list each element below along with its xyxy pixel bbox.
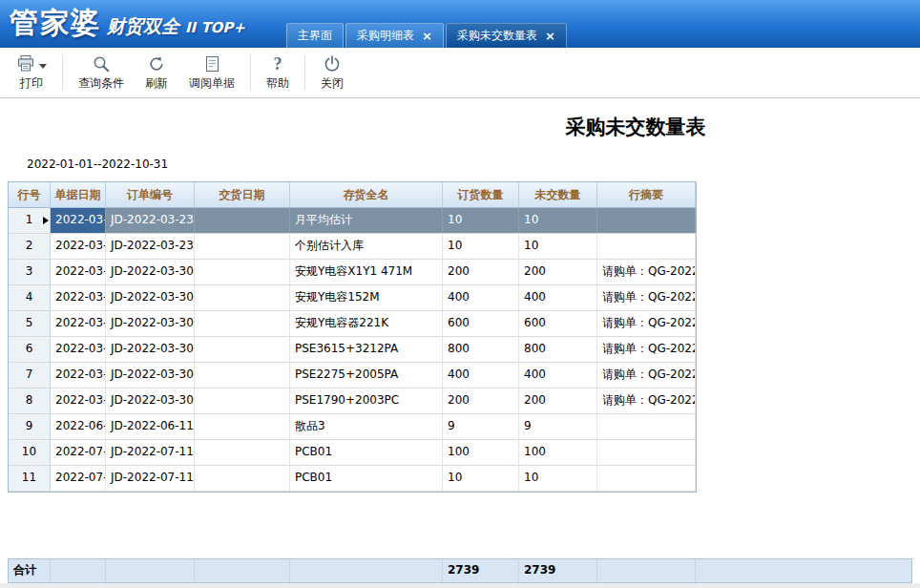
undelivered-qty-cell[interactable]: 100 (519, 440, 597, 465)
summary-cell[interactable]: 请购单：QG-2022-0 (597, 363, 696, 388)
delivery-date-cell[interactable] (195, 414, 290, 439)
print-button[interactable]: 打印 (6, 48, 57, 97)
table-row[interactable]: 32022-03-JD-2022-03-30-000安规Y电容X1Y1 471M… (9, 260, 696, 285)
column-header-6[interactable]: 订货数量 (443, 182, 519, 207)
order-qty-cell[interactable]: 9 (443, 414, 519, 439)
table-row[interactable]: 92022-06-JD-2022-06-11-000散品399 (9, 414, 696, 440)
doc-date-cell[interactable]: 2022-03- (51, 388, 106, 413)
order-qty-cell[interactable]: 100 (443, 440, 519, 465)
item-name-cell[interactable]: PSE3615+3212PA (290, 337, 443, 362)
undelivered-qty-cell[interactable]: 200 (519, 260, 597, 284)
order-no-cell[interactable]: JD-2022-07-11-000 (106, 440, 195, 465)
undelivered-qty-cell[interactable]: 400 (519, 363, 597, 388)
horizontal-scrollbar[interactable] (0, 583, 920, 588)
item-name-cell[interactable]: 安规Y电容X1Y1 471M (290, 260, 443, 284)
doc-date-cell[interactable]: 2022-03- (51, 234, 106, 259)
delivery-date-cell[interactable] (195, 388, 290, 413)
row-number-cell[interactable]: 6 (9, 337, 51, 362)
table-row[interactable]: 52022-03-JD-2022-03-30-000安规Y电容器221K6006… (9, 311, 696, 337)
order-no-cell[interactable]: JD-2022-06-11-000 (106, 414, 195, 439)
doc-date-cell[interactable]: 2022-07- (51, 440, 106, 465)
summary-cell[interactable]: 请购单：QG-2022-0 (597, 285, 696, 310)
order-no-cell[interactable]: JD-2022-03-30-000 (106, 311, 195, 336)
order-no-cell[interactable]: JD-2022-03-30-000 (106, 363, 195, 388)
dropdown-caret-icon[interactable] (39, 64, 47, 73)
column-header-2[interactable]: 单据日期 (51, 182, 106, 207)
doc-date-cell[interactable]: 2022-03- (51, 311, 106, 336)
tab-main-screen[interactable]: 主界面 (286, 23, 344, 48)
order-qty-cell[interactable]: 400 (443, 363, 519, 388)
undelivered-qty-cell[interactable]: 800 (519, 337, 597, 362)
tab-close-icon[interactable]: × (545, 30, 555, 42)
order-qty-cell[interactable]: 400 (443, 285, 519, 310)
delivery-date-cell[interactable] (195, 311, 290, 336)
delivery-date-cell[interactable] (195, 466, 290, 491)
doc-date-cell[interactable]: 2022-03- (51, 285, 106, 310)
item-name-cell[interactable]: PSE2275+2005PA (290, 363, 443, 388)
table-row[interactable]: 22022-03-JD-2022-03-23-000个别估计入库1010 (9, 234, 696, 260)
item-name-cell[interactable]: 散品3 (290, 414, 443, 439)
delivery-date-cell[interactable] (195, 260, 290, 284)
order-no-cell[interactable]: JD-2022-03-30-000 (106, 337, 195, 362)
help-button[interactable]: ?帮助 (256, 48, 300, 97)
order-qty-cell[interactable]: 10 (443, 208, 519, 233)
column-header-4[interactable]: 交货日期 (195, 182, 290, 207)
table-row[interactable]: 12022-03-JD-2022-03-23-000月平均估计1010 (9, 208, 696, 234)
order-no-cell[interactable]: JD-2022-03-23-000 (106, 208, 195, 233)
row-number-cell[interactable]: 4 (9, 285, 51, 310)
delivery-date-cell[interactable] (195, 363, 290, 388)
summary-cell[interactable]: 请购单：QG-2022-0 (597, 311, 696, 336)
delivery-date-cell[interactable] (195, 285, 290, 310)
refresh-button[interactable]: 刷新 (135, 48, 178, 97)
order-qty-cell[interactable]: 200 (443, 388, 519, 413)
order-no-cell[interactable]: JD-2022-03-30-000 (106, 260, 195, 284)
row-number-cell[interactable]: 2 (9, 234, 51, 259)
delivery-date-cell[interactable] (195, 440, 290, 465)
view-document-button[interactable]: 调阅单据 (178, 48, 245, 97)
order-no-cell[interactable]: JD-2022-03-23-000 (106, 234, 195, 259)
column-header-1[interactable]: 行号 (9, 182, 51, 207)
undelivered-qty-cell[interactable]: 600 (519, 311, 597, 336)
delivery-date-cell[interactable] (195, 208, 290, 233)
query-conditions-button[interactable]: 查询条件 (68, 48, 135, 97)
row-number-cell[interactable]: 11 (9, 466, 51, 491)
row-number-cell[interactable]: 7 (9, 363, 51, 388)
delivery-date-cell[interactable] (195, 337, 290, 362)
order-no-cell[interactable]: JD-2022-07-11-000 (106, 466, 195, 491)
row-number-cell[interactable]: 5 (9, 311, 51, 336)
column-header-5[interactable]: 存货全名 (290, 182, 443, 207)
doc-date-cell[interactable]: 2022-03- (51, 260, 106, 284)
undelivered-qty-cell[interactable]: 10 (519, 234, 597, 259)
doc-date-cell[interactable]: 2022-03- (51, 208, 106, 233)
doc-date-cell[interactable]: 2022-03- (51, 363, 106, 388)
summary-cell[interactable] (597, 440, 696, 465)
row-number-cell[interactable]: 9 (9, 414, 51, 439)
tab-close-icon[interactable]: × (422, 30, 432, 42)
doc-date-cell[interactable]: 2022-03- (51, 337, 106, 362)
order-no-cell[interactable]: JD-2022-03-30-000 (106, 388, 195, 413)
undelivered-qty-cell[interactable]: 400 (519, 285, 597, 310)
table-row[interactable]: 42022-03-JD-2022-03-30-000安规Y电容152M40040… (9, 285, 696, 311)
tab-purchase-undelivered-report[interactable]: 采购未交数量表× (446, 23, 567, 48)
item-name-cell[interactable]: PCB01 (290, 440, 443, 465)
order-qty-cell[interactable]: 10 (443, 234, 519, 259)
item-name-cell[interactable]: PCB01 (290, 466, 443, 491)
item-name-cell[interactable]: 月平均估计 (290, 208, 443, 233)
order-qty-cell[interactable]: 600 (443, 311, 519, 336)
undelivered-qty-cell[interactable]: 9 (519, 414, 597, 439)
doc-date-cell[interactable]: 2022-07- (51, 466, 106, 491)
doc-date-cell[interactable]: 2022-06- (51, 414, 106, 439)
undelivered-qty-cell[interactable]: 10 (519, 208, 597, 233)
row-number-cell[interactable]: 10 (9, 440, 51, 465)
item-name-cell[interactable]: 安规Y电容152M (290, 285, 443, 310)
summary-cell[interactable]: 请购单：QG-2022-0 (597, 388, 696, 413)
close-button[interactable]: 关闭 (310, 48, 354, 97)
table-row[interactable]: 82022-03-JD-2022-03-30-000PSE1790+2003PC… (9, 388, 696, 414)
column-header-8[interactable]: 行摘要 (597, 182, 696, 207)
row-number-cell[interactable]: 3 (9, 260, 51, 284)
order-qty-cell[interactable]: 800 (443, 337, 519, 362)
summary-cell[interactable] (597, 414, 696, 439)
table-row[interactable]: 62022-03-JD-2022-03-30-000PSE3615+3212PA… (9, 337, 696, 363)
item-name-cell[interactable]: 安规Y电容器221K (290, 311, 443, 336)
table-row[interactable]: 112022-07-JD-2022-07-11-000PCB011010 (9, 466, 696, 492)
